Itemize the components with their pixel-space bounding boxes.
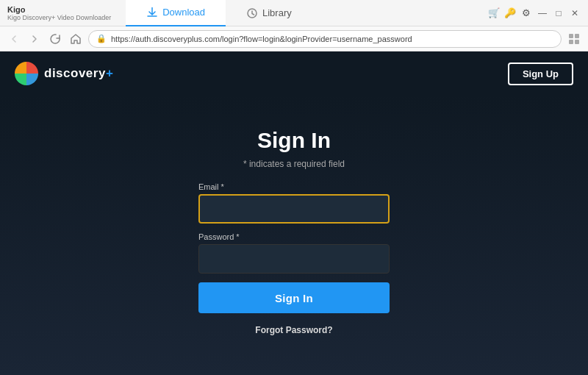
svg-rect-4 <box>575 40 579 44</box>
email-field-group: Email * <box>198 182 390 224</box>
minimize-button[interactable]: — <box>537 7 548 19</box>
extensions-icon[interactable] <box>566 31 582 47</box>
tab-download-label: Download <box>162 7 205 18</box>
refresh-button[interactable] <box>47 31 63 47</box>
clock-icon <box>246 7 258 19</box>
required-note: * indicates a required field <box>243 159 345 169</box>
app-info: Kigo Kigo Discovery+ Video Downloader <box>7 5 111 21</box>
key-icon[interactable]: 🔑 <box>504 7 516 19</box>
logo-text: discovery+ <box>44 66 113 81</box>
cart-icon[interactable]: 🛒 <box>488 7 500 19</box>
password-label: Password * <box>198 232 390 241</box>
signin-submit-button[interactable]: Sign In <box>198 282 390 313</box>
browser-content: discovery+ Sign Up Sign In * indicates a… <box>0 51 588 375</box>
settings-icon[interactable]: ⚙ <box>520 7 532 19</box>
tab-library-label: Library <box>262 7 292 18</box>
back-button[interactable] <box>6 31 22 47</box>
discovery-logo: discovery+ <box>15 62 113 85</box>
url-text: https://auth.discoveryplus.com/login?flo… <box>111 35 412 43</box>
tab-bar: Download Library <box>126 0 488 26</box>
address-bar: 🔒 https://auth.discoveryplus.com/login?f… <box>0 26 588 51</box>
signin-form: Email * Password * Sign In Forgot Passwo… <box>198 182 390 335</box>
close-button[interactable]: ✕ <box>569 7 581 19</box>
main-content: Sign In * indicates a required field Ema… <box>0 96 588 375</box>
forward-button[interactable] <box>26 31 43 47</box>
signin-title: Sign In <box>257 128 331 153</box>
url-bar[interactable]: 🔒 https://auth.discoveryplus.com/login?f… <box>88 30 562 48</box>
tab-library[interactable]: Library <box>226 0 312 26</box>
home-button[interactable] <box>68 31 84 47</box>
discovery-header: discovery+ Sign Up <box>0 51 588 96</box>
maximize-button[interactable]: □ <box>553 7 564 19</box>
password-input[interactable] <box>198 244 390 274</box>
app-subtitle: Kigo Discovery+ Video Downloader <box>7 14 111 21</box>
title-bar: Kigo Kigo Discovery+ Video Downloader Do… <box>0 0 588 26</box>
download-icon <box>146 7 158 18</box>
forgot-password-link[interactable]: Forgot Password? <box>198 325 390 335</box>
app-title: Kigo <box>7 5 111 14</box>
email-label: Email * <box>198 182 390 191</box>
window-controls: 🛒 🔑 ⚙ — □ ✕ <box>488 7 581 19</box>
tab-download[interactable]: Download <box>126 0 226 26</box>
logo-icon <box>15 62 38 85</box>
svg-rect-3 <box>569 40 573 44</box>
password-field-group: Password * <box>198 232 390 274</box>
signup-button[interactable]: Sign Up <box>508 63 573 85</box>
email-input[interactable] <box>198 194 390 224</box>
lock-icon: 🔒 <box>96 34 107 43</box>
svg-rect-2 <box>575 34 579 38</box>
svg-rect-1 <box>569 34 573 38</box>
